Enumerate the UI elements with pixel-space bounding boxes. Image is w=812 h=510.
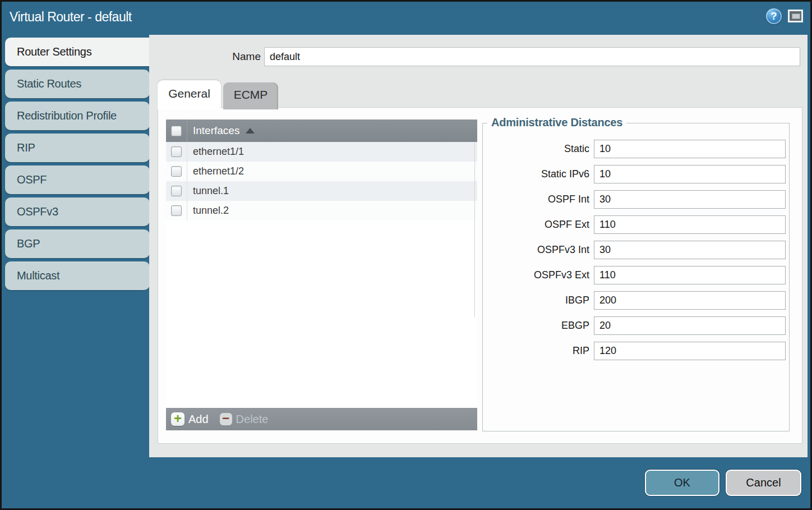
- admin-distance-row: Static IPv6: [483, 165, 789, 183]
- interface-name: tunnel.2: [193, 205, 229, 217]
- sidebar-item-bgp[interactable]: BGP: [5, 229, 150, 258]
- row-checkbox[interactable]: [171, 166, 182, 177]
- administrative-distances-legend: Administrative Distances: [487, 116, 626, 129]
- table-scrollbar[interactable]: [474, 142, 475, 317]
- row-checkbox-cell: [166, 162, 187, 181]
- restore-window-icon[interactable]: [788, 10, 803, 22]
- virtual-router-dialog: Virtual Router - default ? Router Settin…: [0, 0, 812, 510]
- sidebar-item-router-settings[interactable]: Router Settings: [5, 38, 159, 66]
- table-empty-area: [166, 220, 477, 408]
- table-row[interactable]: tunnel.2: [166, 201, 477, 220]
- interface-name: ethernet1/2: [193, 166, 244, 177]
- sidebar-item-ospfv3[interactable]: OSPFv3: [5, 197, 150, 226]
- tab-ecmp[interactable]: ECMP: [223, 82, 278, 109]
- sidebar-item-static-routes[interactable]: Static Routes: [5, 70, 150, 98]
- sidebar-item-multicast[interactable]: Multicast: [5, 261, 150, 290]
- select-all-checkbox[interactable]: [171, 126, 182, 136]
- cancel-button[interactable]: Cancel: [726, 470, 801, 496]
- sort-ascending-icon: [246, 128, 255, 134]
- sidebar-item-ospf[interactable]: OSPF: [5, 166, 150, 194]
- admin-distance-row: OSPFv3 Ext: [483, 266, 789, 284]
- row-checkbox-cell: [166, 142, 187, 162]
- delete-button[interactable]: − Delete: [220, 413, 269, 426]
- ospf-int-field[interactable]: [594, 190, 786, 209]
- admin-distance-row: OSPF Int: [483, 190, 789, 209]
- interface-name: ethernet1/1: [193, 146, 244, 158]
- row-checkbox[interactable]: [171, 186, 182, 196]
- admin-distance-row: IBGP: [483, 291, 789, 310]
- add-plus-icon: +: [171, 412, 184, 426]
- delete-minus-icon: −: [220, 413, 232, 425]
- sidebar-item-redistribution-profile[interactable]: Redistribution Profile: [5, 102, 150, 130]
- interfaces-header-label: Interfaces: [193, 125, 239, 137]
- add-button-label: Add: [188, 413, 209, 426]
- delete-button-label: Delete: [236, 413, 269, 426]
- static-label: Static: [483, 143, 589, 155]
- ospfv3-int-label: OSPFv3 Int: [483, 244, 589, 256]
- dialog-title: Virtual Router - default: [10, 10, 132, 25]
- interface-name: tunnel.1: [193, 185, 229, 197]
- interfaces-table: Interfaces ethernet1/1 ethernet1/2: [166, 120, 477, 430]
- admin-distance-row: OSPFv3 Int: [483, 241, 789, 259]
- ospfv3-int-field[interactable]: [594, 241, 786, 259]
- admin-distance-row: OSPF Ext: [483, 215, 789, 234]
- administrative-distances-fieldset: Administrative Distances Static Static I…: [482, 123, 790, 431]
- table-row[interactable]: ethernet1/2: [166, 162, 477, 181]
- static-ipv6-label: Static IPv6: [483, 168, 589, 180]
- interfaces-column-header[interactable]: Interfaces: [166, 120, 477, 142]
- ospfv3-ext-field[interactable]: [594, 266, 786, 284]
- ebgp-label: EBGP: [483, 320, 589, 332]
- ospfv3-ext-label: OSPFv3 Ext: [483, 269, 589, 281]
- name-label: Name: [230, 50, 261, 63]
- row-checkbox[interactable]: [171, 205, 182, 216]
- add-button[interactable]: + Add: [171, 412, 209, 426]
- ospf-ext-label: OSPF Ext: [483, 219, 589, 231]
- table-row[interactable]: ethernet1/1: [166, 142, 477, 162]
- admin-distance-row: Static: [483, 140, 789, 158]
- table-footer-toolbar: + Add − Delete: [166, 408, 477, 430]
- administrative-distances-rows: Static Static IPv6 OSPF Int OSPF Ext: [483, 140, 789, 360]
- admin-distance-row: EBGP: [483, 316, 789, 335]
- ibgp-field[interactable]: [594, 291, 786, 310]
- sidebar: Router Settings Static Routes Redistribu…: [5, 38, 159, 290]
- titlebar: Virtual Router - default ?: [2, 2, 810, 35]
- help-icon[interactable]: ?: [766, 8, 782, 24]
- router-settings-panel: Name General ECMP Interfaces etherne: [149, 35, 808, 457]
- general-tab-content: Interfaces ethernet1/1 ethernet1/2: [158, 107, 802, 444]
- admin-distance-row: RIP: [483, 342, 789, 360]
- ibgp-label: IBGP: [483, 295, 589, 306]
- static-field[interactable]: [594, 140, 786, 158]
- ebgp-field[interactable]: [594, 316, 786, 335]
- row-checkbox-cell: [166, 181, 187, 201]
- rip-field[interactable]: [594, 342, 786, 360]
- row-checkbox[interactable]: [171, 146, 182, 157]
- ok-button[interactable]: OK: [645, 470, 719, 496]
- header-checkbox-cell: [166, 120, 187, 142]
- static-ipv6-field[interactable]: [594, 165, 786, 183]
- sidebar-item-rip[interactable]: RIP: [5, 134, 150, 162]
- tab-general[interactable]: General: [158, 80, 221, 109]
- row-checkbox-cell: [166, 201, 187, 220]
- name-input[interactable]: [264, 47, 800, 66]
- ospf-int-label: OSPF Int: [483, 194, 589, 205]
- table-row[interactable]: tunnel.1: [166, 181, 477, 201]
- ospf-ext-field[interactable]: [594, 215, 786, 234]
- rip-label: RIP: [483, 345, 589, 357]
